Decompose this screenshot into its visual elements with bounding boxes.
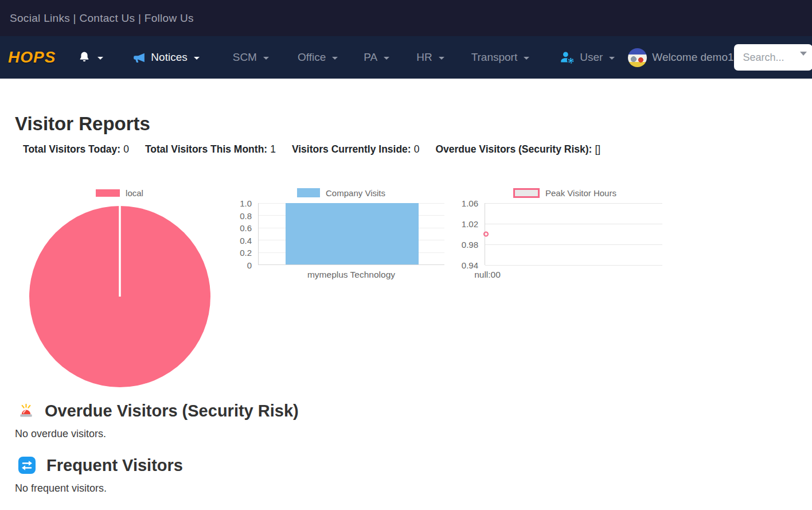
stat-label: Overdue Visitors (Security Risk): (435, 143, 592, 155)
search-input[interactable] (734, 44, 812, 71)
nav-notices-label: Notices (151, 51, 187, 64)
scatter-legend[interactable]: Peak Visitor Hours (456, 188, 674, 198)
bell-icon (77, 50, 91, 64)
bar-legend[interactable]: Company Visits (229, 188, 453, 198)
stat-overdue: Overdue Visitors (Security Risk):[] (435, 143, 600, 155)
gridline (485, 203, 662, 204)
y-tick: 0.4 (240, 235, 252, 245)
y-tick: 0.6 (240, 223, 252, 233)
page-title: Visitor Reports (15, 113, 797, 135)
user-gear-icon (560, 50, 575, 65)
peak-hours-scatter-chart[interactable]: Peak Visitor Hours 1.06 1.02 0.98 0.94 (456, 188, 674, 280)
scatter-canvas (485, 203, 662, 265)
main-content: Visitor Reports Total Visitors Today:0 T… (0, 113, 812, 495)
overdue-section-title: Overdue Visitors (Security Risk) (45, 402, 299, 421)
nav-scm[interactable]: SCM (233, 51, 269, 64)
nav-transport-label: Transport (471, 51, 518, 64)
chevron-down-icon (439, 57, 444, 60)
y-tick: 1.06 (462, 198, 478, 208)
search-dropdown-caret-icon[interactable] (800, 52, 807, 56)
chevron-down-icon (97, 57, 103, 60)
stat-label: Total Visitors Today: (23, 143, 120, 155)
y-tick: 1.02 (462, 219, 478, 228)
bar-plot-area: 1.0 0.8 0.6 0.4 0.2 0 (229, 203, 453, 265)
y-tick: 0 (247, 260, 252, 270)
nav-user[interactable]: User (560, 50, 615, 65)
chevron-down-icon (524, 57, 529, 60)
gridline (485, 244, 662, 245)
topbar-links[interactable]: Social Links | Contact Us | Follow Us (10, 12, 194, 25)
repeat-icon (17, 456, 37, 475)
y-tick: 0.94 (462, 260, 478, 270)
user-avatar[interactable] (628, 48, 647, 67)
scatter-legend-swatch (513, 188, 540, 198)
nav-user-label: User (580, 51, 603, 64)
y-tick: 0.8 (240, 211, 252, 220)
bar-legend-label: Company Visits (326, 188, 385, 198)
pie-canvas (29, 205, 211, 388)
nav-hr-label: HR (416, 51, 432, 64)
nav-office[interactable]: Office (298, 51, 338, 64)
bar-canvas (258, 203, 444, 265)
stat-value: 0 (123, 143, 129, 155)
pie-legend-swatch (96, 189, 120, 197)
main-navbar: HOPS Notices SCM Office PA H (0, 36, 812, 79)
bar-company-visits (286, 203, 419, 264)
frequent-section-header: Frequent Visitors (17, 456, 797, 475)
nav-transport[interactable]: Transport (471, 51, 530, 64)
frequent-section-title: Frequent Visitors (46, 456, 183, 475)
chevron-down-icon (332, 57, 338, 60)
nav-notices[interactable]: Notices (132, 50, 199, 65)
y-tick: 0.2 (240, 248, 252, 258)
company-visits-bar-chart[interactable]: Company Visits 1.0 0.8 0.6 0.4 0.2 0 (229, 188, 453, 280)
stat-currently-inside: Visitors Currently Inside:0 (292, 143, 420, 155)
bar-x-label: mymeplus Technology (258, 270, 444, 280)
visitor-stats-row: Total Visitors Today:0 Total Visitors Th… (23, 143, 797, 155)
pie-legend-label: local (126, 188, 143, 198)
welcome-text: Welcome demo1 (652, 51, 733, 64)
gridline (485, 224, 662, 224)
top-utility-bar: Social Links | Contact Us | Follow Us (0, 0, 812, 36)
stat-label: Visitors Currently Inside: (292, 143, 411, 155)
bar-legend-swatch (297, 188, 320, 197)
stat-value: 1 (270, 143, 276, 155)
scatter-data-point (483, 232, 489, 237)
siren-icon (17, 402, 35, 420)
nav-office-label: Office (298, 51, 326, 64)
nav-pa-label: PA (364, 51, 377, 64)
visitor-type-pie-chart[interactable]: local (15, 188, 224, 388)
frequent-empty-text: No frequent visitors. (15, 482, 797, 495)
megaphone-icon (132, 50, 146, 65)
nav-scm-label: SCM (233, 51, 257, 64)
chevron-down-icon (609, 57, 615, 60)
y-tick: 1.0 (240, 198, 252, 208)
stat-value: [] (595, 143, 600, 155)
overdue-empty-text: No overdue visitors. (15, 428, 797, 440)
notifications-bell-menu[interactable] (77, 50, 103, 64)
scatter-plot-area: 1.06 1.02 0.98 0.94 (456, 203, 674, 265)
chevron-down-icon (263, 57, 269, 60)
bar-y-axis: 1.0 0.8 0.6 0.4 0.2 0 (229, 203, 258, 265)
scatter-y-axis: 1.06 1.02 0.98 0.94 (456, 203, 485, 265)
visitor-reports-screen: Social Links | Contact Us | Follow Us HO… (0, 0, 812, 510)
stat-total-month: Total Visitors This Month:1 (145, 143, 276, 155)
stat-value: 0 (414, 143, 420, 155)
scatter-legend-label: Peak Visitor Hours (545, 188, 616, 198)
nav-hr[interactable]: HR (416, 51, 444, 64)
nav-pa[interactable]: PA (364, 51, 389, 64)
stat-label: Total Visitors This Month: (145, 143, 267, 155)
stat-total-today: Total Visitors Today:0 (23, 143, 129, 155)
chevron-down-icon (384, 57, 389, 60)
overdue-section-header: Overdue Visitors (Security Risk) (17, 402, 797, 421)
charts-row: local Company Visits 1.0 0.8 0.6 (15, 188, 797, 390)
y-tick: 0.98 (462, 240, 478, 250)
chevron-down-icon (194, 57, 200, 60)
gridline (485, 265, 662, 266)
search-field-wrap (734, 44, 812, 71)
pie-legend[interactable]: local (15, 188, 224, 198)
scatter-x-label: null:00 (470, 270, 505, 280)
hops-logo[interactable]: HOPS (8, 48, 56, 67)
